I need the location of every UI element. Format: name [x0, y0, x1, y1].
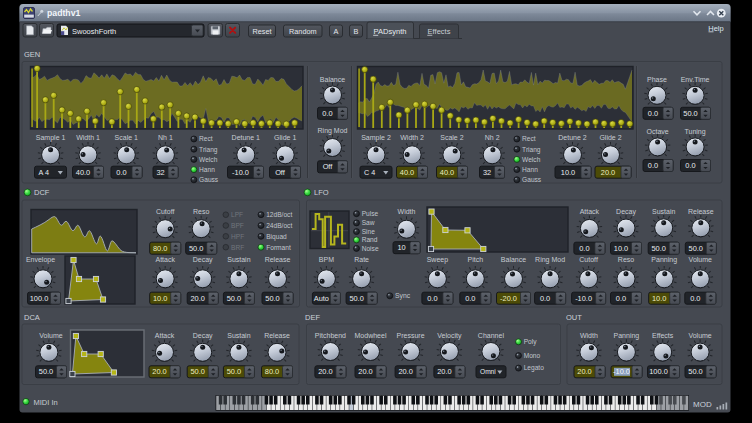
svg-text:PADsynth: PADsynth — [374, 27, 407, 36]
svg-text:0.0: 0.0 — [540, 294, 550, 303]
svg-text:0.0: 0.0 — [648, 161, 658, 170]
svg-text:Pulse: Pulse — [362, 210, 379, 217]
svg-text:50.0: 50.0 — [349, 294, 363, 303]
svg-text:12dB/oct: 12dB/oct — [266, 211, 292, 218]
svg-text:10.0: 10.0 — [153, 294, 167, 303]
svg-text:Release: Release — [264, 332, 290, 339]
svg-text:GEN: GEN — [24, 50, 40, 59]
svg-text:DCA: DCA — [24, 313, 40, 322]
svg-text:Cutoff: Cutoff — [156, 208, 175, 215]
svg-text:Decay: Decay — [193, 256, 213, 264]
svg-text:Formant: Formant — [266, 244, 291, 251]
svg-text:OUT: OUT — [566, 313, 582, 322]
svg-text:Off: Off — [275, 168, 286, 177]
svg-text:Sustain: Sustain — [227, 256, 250, 263]
svg-text:50.0: 50.0 — [189, 244, 203, 253]
svg-text:20.0: 20.0 — [577, 367, 591, 376]
svg-text:Effects: Effects — [428, 27, 451, 36]
svg-text:MOD: MOD — [693, 400, 712, 409]
svg-text:10.0: 10.0 — [614, 244, 628, 253]
svg-text:Balance: Balance — [501, 256, 526, 263]
svg-text:40.0: 40.0 — [400, 168, 414, 177]
svg-text:Noise: Noise — [362, 245, 379, 252]
svg-text:DEF: DEF — [305, 313, 320, 322]
svg-text:Rand: Rand — [362, 236, 378, 243]
svg-text:Rate: Rate — [354, 256, 369, 263]
svg-text:50.0: 50.0 — [39, 367, 53, 376]
svg-text:Pitchbend: Pitchbend — [315, 332, 346, 339]
svg-text:0.0: 0.0 — [465, 294, 475, 303]
svg-text:Effects: Effects — [652, 332, 674, 339]
svg-text:Reso: Reso — [618, 256, 634, 263]
svg-text:0.0: 0.0 — [116, 168, 126, 177]
svg-text:A 4: A 4 — [39, 168, 49, 177]
svg-text:20.0: 20.0 — [152, 367, 166, 376]
svg-text:Cutoff: Cutoff — [579, 256, 598, 263]
svg-text:C 4: C 4 — [364, 168, 375, 177]
svg-text:10.0: 10.0 — [561, 168, 575, 177]
svg-text:Volume: Volume — [689, 256, 712, 263]
svg-text:50.0: 50.0 — [683, 109, 697, 118]
svg-text:Decay: Decay — [193, 332, 213, 340]
svg-text:Gauss: Gauss — [199, 176, 219, 183]
svg-text:padthv1: padthv1 — [47, 8, 80, 18]
svg-text:Sample 2: Sample 2 — [361, 134, 391, 142]
svg-text:20.0: 20.0 — [398, 367, 412, 376]
svg-text:Mono: Mono — [524, 352, 541, 359]
svg-text:LFO: LFO — [314, 188, 329, 197]
svg-text:40.0: 40.0 — [440, 168, 454, 177]
svg-text:Sample 1: Sample 1 — [36, 134, 66, 142]
svg-text:Channel: Channel — [478, 332, 505, 339]
svg-text:-10.0: -10.0 — [613, 367, 630, 376]
svg-text:-10.0: -10.0 — [232, 168, 249, 177]
svg-text:SwooshForth: SwooshForth — [72, 27, 116, 36]
svg-text:10.0: 10.0 — [652, 294, 666, 303]
svg-text:LPF: LPF — [231, 211, 243, 218]
svg-text:Release: Release — [265, 256, 291, 263]
svg-text:Off: Off — [323, 162, 334, 171]
svg-text:Attack: Attack — [155, 256, 175, 263]
svg-text:Detune 1: Detune 1 — [232, 134, 261, 141]
svg-text:Attack: Attack — [155, 332, 175, 339]
svg-text:0.0: 0.0 — [322, 109, 332, 118]
svg-text:Volume: Volume — [688, 332, 711, 339]
svg-text:Nh 2: Nh 2 — [485, 134, 500, 141]
svg-text:Welch: Welch — [522, 156, 541, 163]
svg-text:Sync: Sync — [395, 292, 411, 300]
svg-text:Hann: Hann — [522, 166, 538, 173]
svg-text:Pressure: Pressure — [397, 332, 425, 339]
svg-text:Panning: Panning — [651, 256, 677, 264]
svg-text:Detune 2: Detune 2 — [558, 134, 587, 141]
svg-text:BPM: BPM — [319, 256, 334, 263]
svg-text:100.0: 100.0 — [30, 294, 49, 303]
svg-text:Decay: Decay — [616, 208, 636, 216]
svg-text:Width 2: Width 2 — [400, 134, 424, 141]
svg-text:Gauss: Gauss — [522, 176, 542, 183]
svg-text:Env.Time: Env.Time — [681, 76, 710, 83]
svg-text:Width: Width — [398, 208, 416, 215]
svg-text:Pitch: Pitch — [468, 256, 484, 263]
svg-text:Triang: Triang — [522, 146, 541, 154]
svg-text:Auto: Auto — [314, 294, 329, 303]
svg-text:Ring Mod: Ring Mod — [318, 127, 348, 135]
svg-text:Welch: Welch — [199, 156, 218, 163]
svg-text:Sine: Sine — [362, 228, 376, 235]
svg-text:-20.0: -20.0 — [500, 294, 517, 303]
svg-text:Help: Help — [708, 24, 723, 33]
svg-text:50.0: 50.0 — [227, 294, 241, 303]
svg-text:Glide 1: Glide 1 — [274, 134, 296, 141]
svg-text:A: A — [334, 27, 339, 36]
svg-text:Rect: Rect — [199, 135, 213, 142]
svg-text:B: B — [354, 27, 359, 36]
svg-text:0.0: 0.0 — [616, 294, 626, 303]
svg-text:Width 1: Width 1 — [76, 134, 100, 141]
svg-text:Sustain: Sustain — [652, 208, 675, 215]
svg-text:Random: Random — [289, 27, 317, 36]
svg-text:0.0: 0.0 — [648, 109, 658, 118]
svg-text:-10.0: -10.0 — [575, 294, 592, 303]
svg-text:20.0: 20.0 — [318, 367, 332, 376]
svg-text:Rect: Rect — [522, 135, 536, 142]
svg-text:Sustain: Sustain — [227, 332, 250, 339]
svg-text:Ring Mod: Ring Mod — [535, 256, 565, 264]
svg-text:20.0: 20.0 — [601, 168, 615, 177]
